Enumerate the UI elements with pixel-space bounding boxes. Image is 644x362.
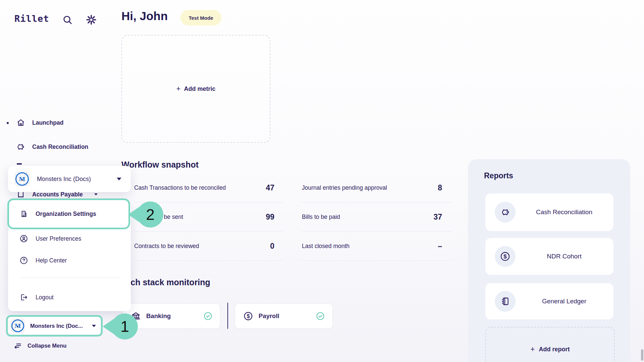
page-title: Hi, John bbox=[121, 9, 168, 23]
sidebar-item-cash-reconciliation[interactable]: Cash Reconciliation bbox=[15, 142, 88, 152]
workflow-row-value: 99 bbox=[266, 213, 283, 222]
report-card-ndr-cohort[interactable]: $ NDR Cohort bbox=[485, 238, 613, 275]
rillet-logo: Rillet bbox=[14, 13, 49, 24]
app-root: Rillet Hi, John Test Mode + Add metric W… bbox=[0, 0, 644, 362]
workflow-row-label: Cash Transactions to be reconciled bbox=[134, 184, 226, 191]
user-circle-icon bbox=[19, 234, 28, 243]
search-icon[interactable] bbox=[62, 14, 73, 25]
building-icon bbox=[19, 209, 28, 218]
org-switcher-button[interactable]: M Monsters Inc (Doc... bbox=[8, 317, 101, 335]
workflow-row-value: 47 bbox=[266, 183, 283, 192]
workflow-row: Contracts to be reviewed 0 bbox=[134, 232, 283, 261]
tech-stack-title: Tech stack monitoring bbox=[121, 278, 210, 287]
piggy-bank-icon bbox=[15, 142, 25, 152]
plus-icon: + bbox=[176, 85, 181, 93]
question-circle-icon bbox=[19, 256, 28, 265]
menu-item-logout[interactable]: Logout bbox=[8, 288, 131, 307]
tech-card-label: Banking bbox=[146, 312, 171, 320]
tech-card-label: Payroll bbox=[259, 312, 279, 320]
collapse-menu-icon bbox=[13, 341, 22, 350]
report-card-label: General Ledger bbox=[520, 297, 608, 306]
workflow-row-value: 37 bbox=[433, 213, 451, 222]
workflow-row-label: Contracts to be reviewed bbox=[134, 243, 199, 250]
report-card-label: Cash Reconciliation bbox=[520, 208, 608, 217]
dollar-circle-icon: $ bbox=[243, 311, 253, 321]
active-page-dot bbox=[7, 122, 9, 124]
org-switcher-highlight: M Monsters Inc (Doc... bbox=[6, 315, 103, 337]
collapse-menu-button[interactable]: Collapse Menu bbox=[13, 341, 66, 350]
sidebar-item-launchpad[interactable]: Launchpad bbox=[16, 118, 63, 127]
workflow-row: Bills to be paid 37 bbox=[302, 202, 451, 232]
organization-settings-highlight: Organization Settings bbox=[7, 198, 130, 229]
menu-item-label: User Preferences bbox=[36, 235, 81, 242]
workflow-row-value: 8 bbox=[438, 183, 451, 192]
report-card-cash-reconciliation[interactable]: Cash Reconciliation bbox=[485, 193, 613, 231]
annotation-step-1-badge: 1 bbox=[112, 313, 138, 340]
annotation-step-2-badge: 2 bbox=[137, 201, 163, 228]
chevron-down-icon bbox=[94, 193, 98, 195]
workflow-row-label: Last closed month bbox=[302, 243, 350, 250]
workflow-row-value: 0 bbox=[270, 242, 283, 251]
svg-text:$: $ bbox=[247, 313, 250, 319]
caret-down-icon bbox=[92, 325, 96, 327]
menu-item-label: Help Center bbox=[36, 257, 67, 264]
add-report-label: Add report bbox=[539, 346, 570, 353]
home-icon bbox=[16, 118, 25, 127]
add-metric-button[interactable]: + Add metric bbox=[121, 35, 270, 143]
menu-org-label: Monsters Inc (Docs) bbox=[37, 176, 117, 183]
workflow-row: Last closed month – bbox=[302, 232, 451, 261]
menu-item-label: Logout bbox=[36, 294, 54, 301]
workflow-snapshot-title: Workflow snapshot bbox=[121, 160, 199, 170]
piggy-bank-icon bbox=[495, 202, 516, 223]
sidebar-item-partial bbox=[17, 163, 22, 165]
menu-org-header[interactable]: M Monsters Inc (Docs) bbox=[8, 166, 131, 192]
test-mode-badge: Test Mode bbox=[180, 10, 221, 25]
workflow-right-column: Journal entries pending approval 8 Bills… bbox=[302, 173, 451, 261]
monsters-inc-logo: M bbox=[11, 319, 25, 333]
annotation-pointer bbox=[128, 206, 141, 223]
monsters-inc-logo: M bbox=[15, 172, 30, 186]
menu-item-organization-settings[interactable]: Organization Settings bbox=[9, 204, 128, 223]
logout-icon bbox=[19, 293, 28, 302]
workflow-row-value: – bbox=[438, 242, 451, 251]
report-card-general-ledger[interactable]: General Ledger bbox=[485, 283, 613, 319]
add-report-button[interactable]: + Add report bbox=[485, 327, 615, 362]
add-metric-label: Add metric bbox=[184, 85, 215, 93]
tech-cards-divider bbox=[227, 303, 228, 329]
annotation-pointer bbox=[103, 318, 115, 335]
workflow-row-label: Journal entries pending approval bbox=[302, 184, 387, 191]
sidebar-item-label: Cash Reconciliation bbox=[32, 143, 88, 150]
menu-item-user-preferences[interactable]: User Preferences bbox=[8, 229, 131, 248]
org-switcher-label: Monsters Inc (Doc... bbox=[30, 323, 87, 329]
menu-item-label: Organization Settings bbox=[36, 210, 96, 218]
svg-text:$: $ bbox=[503, 253, 507, 260]
report-card-label: NDR Cohort bbox=[520, 252, 608, 261]
collapse-menu-label: Collapse Menu bbox=[28, 343, 66, 349]
plus-icon: + bbox=[531, 346, 535, 353]
check-circle-icon bbox=[316, 311, 325, 321]
caret-down-icon bbox=[117, 178, 121, 180]
spark-icon[interactable] bbox=[86, 14, 97, 25]
reports-title: Reports bbox=[484, 171, 513, 180]
dollar-circle-icon: $ bbox=[495, 246, 516, 267]
workflow-row-label: Bills to be paid bbox=[302, 214, 340, 221]
menu-item-help-center[interactable]: Help Center bbox=[8, 251, 131, 270]
tech-card-payroll[interactable]: $ Payroll bbox=[235, 303, 333, 329]
reports-panel: Reports Cash Reconciliation $ NDR Cohort bbox=[468, 159, 630, 362]
workflow-row: Journal entries pending approval 8 bbox=[302, 173, 451, 202]
sidebar-item-label: Launchpad bbox=[32, 119, 63, 126]
workflow-row: Cash Transactions to be reconciled 47 bbox=[134, 173, 283, 202]
ledger-icon bbox=[495, 291, 516, 312]
menu-divider bbox=[19, 278, 119, 278]
check-circle-icon bbox=[203, 311, 213, 321]
scrollbar-thumb[interactable] bbox=[641, 349, 643, 361]
